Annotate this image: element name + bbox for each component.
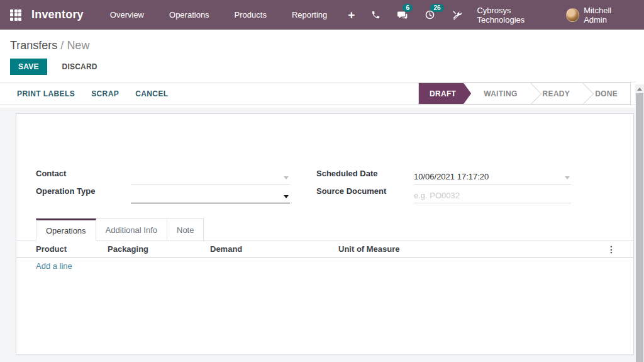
- source-document-input[interactable]: [414, 189, 571, 203]
- company-switcher[interactable]: Cybrosys Technologies: [477, 6, 557, 25]
- vertical-scrollbar[interactable]: [635, 84, 644, 362]
- user-menu[interactable]: Mitchell Admin: [566, 6, 634, 25]
- apps-menu-icon[interactable]: [10, 9, 21, 21]
- scheduled-date-label: Scheduled Date: [316, 169, 378, 178]
- cancel-button[interactable]: CANCEL: [135, 87, 168, 101]
- status-done-label: DONE: [595, 89, 618, 98]
- status-ready-label: READY: [543, 89, 570, 98]
- top-navbar: Inventory Overview Operations Products R…: [0, 0, 644, 30]
- tab-operations[interactable]: Operations: [36, 218, 96, 241]
- activities-button[interactable]: 26: [416, 0, 443, 30]
- record-actions: SAVE DISCARD: [0, 56, 644, 82]
- tools-icon: [452, 9, 462, 20]
- user-name: Mitchell Admin: [584, 6, 634, 25]
- breadcrumb: Transfers / New: [10, 39, 634, 52]
- menu-operations[interactable]: Operations: [157, 0, 222, 30]
- phone-icon: [371, 10, 380, 20]
- breadcrumb-current: New: [67, 39, 89, 52]
- form-view-area: Contact Operation Type Scheduled Date So…: [0, 108, 635, 362]
- systray: + 6 26 Cybrosys Technologies: [340, 0, 634, 30]
- status-waiting-label: WAITING: [484, 89, 517, 98]
- user-avatar: [566, 8, 579, 22]
- status-draft[interactable]: DRAFT: [419, 83, 471, 104]
- contact-label: Contact: [36, 169, 66, 178]
- app-title[interactable]: Inventory: [31, 8, 84, 21]
- quick-create-button[interactable]: +: [340, 0, 363, 30]
- scroll-up-arrow-icon[interactable]: [635, 84, 644, 93]
- plus-icon: +: [348, 9, 355, 21]
- print-labels-button[interactable]: PRINT LABELS: [17, 87, 75, 101]
- source-document-field-wrap: [414, 189, 571, 203]
- scheduled-date-input[interactable]: [414, 171, 571, 184]
- scrap-button[interactable]: SCRAP: [91, 87, 119, 101]
- column-packaging[interactable]: Packaging: [108, 244, 148, 254]
- status-draft-label: DRAFT: [430, 89, 456, 98]
- debug-tools-button[interactable]: [443, 0, 470, 30]
- menu-reporting[interactable]: Reporting: [279, 0, 340, 30]
- activities-badge: 26: [430, 4, 443, 12]
- menu-overview[interactable]: Overview: [97, 0, 157, 30]
- voip-button[interactable]: [363, 0, 389, 30]
- scrollbar-thumb[interactable]: [636, 93, 643, 362]
- breadcrumb-transfers[interactable]: Transfers: [10, 39, 57, 52]
- status-pipeline: DRAFT WAITING READY DONE: [418, 82, 631, 105]
- notebook-tabs: Operations Additional Info Note: [16, 218, 633, 241]
- table-row: Add a line: [16, 257, 633, 274]
- optional-columns-icon[interactable]: ⋮: [607, 243, 616, 256]
- column-unit-of-measure[interactable]: Unit of Measure: [338, 244, 400, 254]
- tab-note[interactable]: Note: [167, 218, 204, 241]
- main-menu: Overview Operations Products Reporting: [97, 0, 340, 30]
- messages-badge: 6: [402, 4, 413, 12]
- save-button[interactable]: SAVE: [10, 59, 47, 75]
- add-a-line-link[interactable]: Add a line: [36, 261, 72, 271]
- operation-type-label: Operation Type: [36, 186, 95, 196]
- messages-button[interactable]: 6: [389, 0, 416, 30]
- contact-input[interactable]: [131, 171, 290, 184]
- operation-type-field-wrap: [131, 189, 290, 203]
- breadcrumb-row: Transfers / New: [0, 30, 644, 56]
- status-done[interactable]: DONE: [582, 83, 630, 104]
- lines-table-header: Product Packaging Demand Unit of Measure…: [16, 241, 633, 257]
- breadcrumb-separator: /: [57, 39, 67, 52]
- discard-button[interactable]: DISCARD: [56, 59, 104, 75]
- column-product[interactable]: Product: [36, 244, 67, 254]
- tab-additional-info[interactable]: Additional Info: [96, 218, 167, 241]
- operation-type-input[interactable]: [131, 189, 290, 203]
- contact-field-wrap: [131, 171, 290, 184]
- source-document-label: Source Document: [316, 186, 386, 196]
- form-statusbar: PRINT LABELS SCRAP CANCEL DRAFT WAITING …: [0, 82, 635, 105]
- scheduled-date-field-wrap: [414, 171, 571, 184]
- column-demand[interactable]: Demand: [210, 244, 242, 254]
- form-sheet: Contact Operation Type Scheduled Date So…: [16, 113, 634, 354]
- menu-products[interactable]: Products: [222, 0, 279, 30]
